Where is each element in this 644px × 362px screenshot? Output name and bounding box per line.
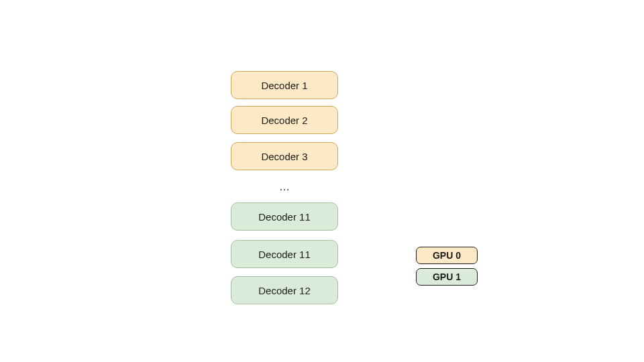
decoder-block-12: Decoder 12	[231, 276, 338, 304]
legend-gpu0: GPU 0	[416, 247, 478, 264]
decoder-block-1: Decoder 1	[231, 71, 338, 99]
decoder-block-2: Decoder 2	[231, 106, 338, 134]
decoder-block-3: Decoder 3	[231, 142, 338, 170]
legend-gpu1: GPU 1	[416, 268, 478, 286]
decoder-block-11b: Decoder 11	[231, 240, 338, 268]
ellipsis: …	[231, 181, 338, 193]
diagram-stage: Decoder 1 Decoder 2 Decoder 3 … Decoder …	[0, 0, 644, 362]
decoder-block-11a: Decoder 11	[231, 202, 338, 231]
